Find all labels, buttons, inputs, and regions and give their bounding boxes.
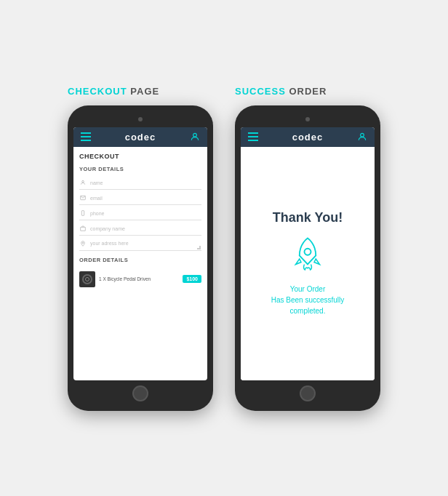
phone-bottom-left — [73, 383, 207, 404]
success-line2: Has Been successfully — [271, 296, 345, 304]
phone-bottom-right — [241, 383, 375, 404]
company-field[interactable]: company name — [79, 223, 201, 236]
user-icon-right — [357, 132, 367, 142]
success-section: SUCCESS ORDER codec Thank You! — [235, 86, 380, 411]
email-placeholder: email — [90, 196, 201, 201]
success-line3: completed. — [290, 307, 326, 315]
svg-point-6 — [361, 133, 364, 137]
success-section-label: SUCCESS ORDER — [235, 86, 327, 97]
address-placeholder: your adress here — [90, 241, 201, 246]
checkout-logo: codec — [125, 132, 156, 143]
order-details-label: ORDER DETAILS — [79, 257, 201, 263]
success-highlight: SUCCESS — [235, 86, 286, 97]
address-icon — [79, 241, 87, 248]
success-message: Your Order Has Been successfully complet… — [271, 284, 345, 316]
name-placeholder: name — [90, 180, 201, 185]
checkout-label-rest: PAGE — [127, 86, 160, 97]
svg-point-7 — [305, 249, 311, 255]
svg-point-1 — [82, 180, 84, 183]
svg-rect-5 — [81, 227, 86, 231]
order-thumb-inner — [82, 274, 92, 284]
resize-handle — [197, 246, 201, 249]
hamburger-icon-left[interactable] — [81, 132, 91, 141]
rocket-icon — [286, 233, 329, 276]
checkout-section: CHECKOUT PAGE codec CHECKOUT YOUR DETAIL… — [68, 86, 213, 411]
order-price: $100 — [183, 275, 201, 283]
phone-placeholder: phone — [90, 211, 201, 216]
home-button-right[interactable] — [300, 385, 316, 401]
email-field[interactable]: email — [79, 193, 201, 205]
phone-icon — [79, 210, 87, 217]
order-item: 1 X Bicycle Pedal Driven $100 — [79, 271, 201, 287]
user-icon-left — [190, 132, 200, 142]
svg-point-0 — [193, 133, 197, 137]
phone-camera-left — [138, 117, 143, 121]
person-icon — [79, 180, 87, 187]
checkout-phone: codec CHECKOUT YOUR DETAILS name — [68, 105, 213, 411]
checkout-highlight: CHECKOUT — [68, 86, 127, 97]
success-label-rest: ORDER — [286, 86, 327, 97]
phone-camera-right — [305, 117, 310, 121]
checkout-section-label: CHECKOUT PAGE — [68, 86, 159, 97]
checkout-screen: codec CHECKOUT YOUR DETAILS name — [73, 127, 207, 380]
phone-top-bar-right — [241, 113, 375, 126]
email-icon — [79, 195, 87, 202]
your-details-label: YOUR DETAILS — [79, 166, 201, 172]
success-app-header: codec — [241, 127, 375, 147]
checkout-page-title: CHECKOUT — [79, 153, 201, 160]
home-button-left[interactable] — [132, 385, 148, 401]
phone-top-bar-left — [73, 113, 207, 126]
success-phone: codec Thank You! — [235, 105, 380, 411]
checkout-content: CHECKOUT YOUR DETAILS name email — [73, 147, 207, 380]
success-content: Thank You! Your Order Has Been s — [241, 147, 375, 380]
success-screen: codec Thank You! — [241, 127, 375, 380]
success-line1: Your Order — [290, 285, 326, 293]
address-field[interactable]: your adress here — [79, 239, 201, 251]
company-placeholder: company name — [90, 226, 201, 231]
name-field[interactable]: name — [79, 177, 201, 190]
company-icon — [79, 225, 87, 233]
checkout-app-header: codec — [73, 127, 207, 147]
success-logo: codec — [292, 132, 324, 143]
svg-rect-3 — [81, 210, 84, 215]
phone-field[interactable]: phone — [79, 208, 201, 220]
order-thumbnail — [79, 271, 95, 287]
order-description: 1 X Bicycle Pedal Driven — [99, 276, 179, 281]
hamburger-icon-right[interactable] — [248, 132, 258, 141]
thank-you-heading: Thank You! — [273, 210, 343, 225]
